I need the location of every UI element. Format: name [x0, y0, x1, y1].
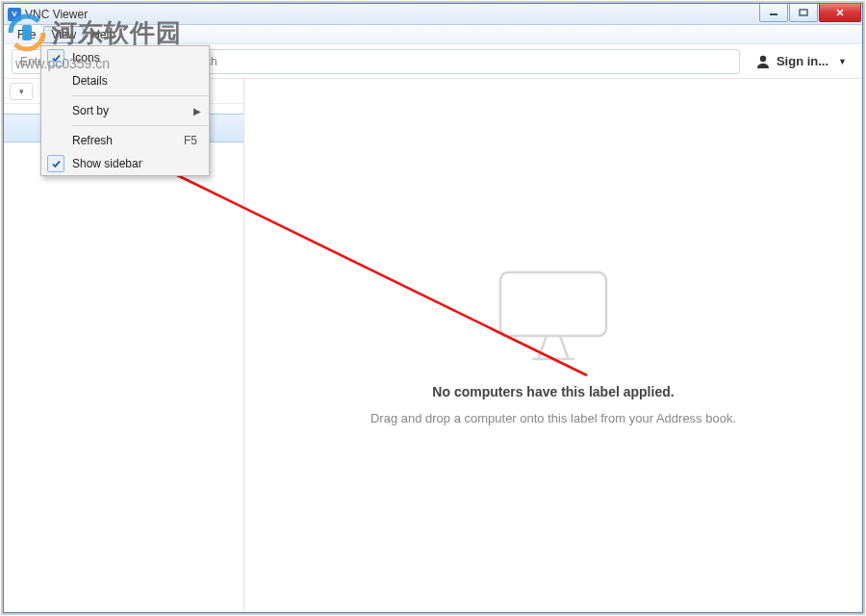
- menu-separator: [72, 95, 208, 96]
- checkmark-icon: [47, 49, 64, 66]
- menu-separator: [72, 125, 208, 126]
- empty-subtext: Drag and drop a computer onto this label…: [370, 411, 736, 425]
- caret-down-icon: ▼: [838, 57, 847, 66]
- sidebar-filter-dropdown[interactable]: ▾: [10, 83, 33, 100]
- menu-item-label: Icons: [72, 51, 100, 64]
- maximize-button[interactable]: [789, 4, 818, 22]
- window-controls: [759, 4, 862, 22]
- titlebar: V VNC Viewer: [4, 4, 862, 25]
- menu-shortcut: F5: [184, 134, 197, 147]
- signin-button[interactable]: Sign in... ▼: [748, 54, 854, 69]
- minimize-button[interactable]: [759, 4, 788, 22]
- svg-rect-1: [800, 10, 807, 15]
- menu-item-details[interactable]: Details: [41, 69, 209, 92]
- empty-heading: No computers have this label applied.: [432, 384, 674, 399]
- menu-item-label: Details: [72, 74, 108, 88]
- signin-label: Sign in...: [777, 54, 828, 68]
- user-icon: [755, 54, 771, 69]
- menu-item-sortby[interactable]: Sort by ▶: [41, 99, 209, 122]
- menu-help[interactable]: Help: [84, 26, 123, 43]
- menu-item-label: Show sidebar: [72, 157, 142, 170]
- app-icon: V: [8, 8, 21, 21]
- checkmark-icon: [47, 155, 64, 172]
- menu-item-label: Sort by: [72, 104, 109, 117]
- close-button[interactable]: [819, 4, 861, 22]
- submenu-arrow-icon: ▶: [193, 106, 201, 116]
- svg-rect-0: [770, 13, 777, 15]
- menu-item-label: Refresh: [72, 134, 113, 147]
- monitor-icon: [491, 267, 616, 363]
- menu-item-refresh[interactable]: Refresh F5: [41, 129, 209, 152]
- menu-file[interactable]: File: [10, 26, 43, 43]
- view-dropdown-menu: Icons Details Sort by ▶ Refresh F5 Show …: [40, 45, 210, 176]
- search-input[interactable]: rch: [192, 49, 740, 74]
- window-title: VNC Viewer: [25, 8, 88, 21]
- menu-view[interactable]: View: [43, 26, 84, 43]
- main-panel: No computers have this label applied. Dr…: [244, 79, 862, 612]
- svg-rect-3: [500, 272, 606, 336]
- svg-point-2: [760, 55, 766, 61]
- menu-item-show-sidebar[interactable]: Show sidebar: [41, 152, 209, 175]
- menu-item-icons[interactable]: Icons: [41, 46, 209, 69]
- menubar: File View Help: [4, 25, 862, 44]
